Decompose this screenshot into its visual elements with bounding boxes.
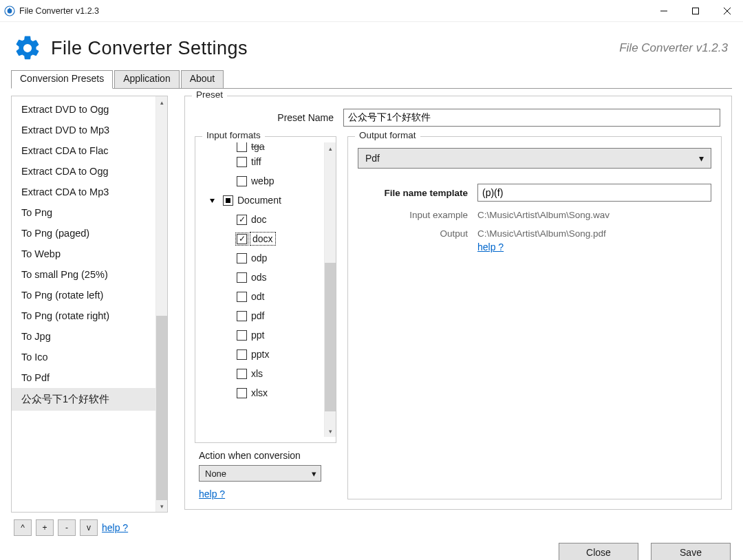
filename-template-input[interactable] [477, 184, 711, 202]
close-button[interactable] [711, 0, 743, 22]
format-row[interactable]: tga [204, 142, 324, 152]
maximize-button[interactable] [680, 0, 711, 22]
format-row[interactable]: ppt [204, 325, 324, 345]
format-row[interactable]: docx [204, 229, 324, 248]
preset-item[interactable]: To Webp [12, 244, 155, 264]
format-label: ppt [251, 330, 264, 341]
format-label: tiff [251, 156, 261, 167]
preset-item[interactable]: Extract DVD to Ogg [12, 99, 155, 120]
format-row[interactable]: xls [204, 364, 324, 383]
preset-item[interactable]: To Pdf [12, 367, 155, 388]
output-format-value: Pdf [365, 153, 380, 164]
format-row[interactable]: pdf [204, 306, 324, 325]
output-example-label: Output [358, 228, 468, 239]
chevron-down-icon[interactable]: ▾ [325, 425, 336, 437]
chevron-down-icon: ▾ [312, 469, 316, 479]
checkbox-icon[interactable] [237, 292, 247, 302]
format-label: pdf [251, 310, 264, 321]
format-label: ods [251, 272, 267, 283]
checkbox-checked-icon[interactable] [237, 234, 247, 244]
input-formats-legend: Input formats [202, 130, 265, 140]
tab-conversion-presets[interactable]: Conversion Presets [11, 70, 113, 89]
scrollbar-thumb[interactable] [156, 316, 167, 500]
format-row[interactable]: odt [204, 287, 324, 306]
input-formats-tree[interactable]: tga tiff webp [195, 142, 324, 437]
input-formats-group: Input formats tga tiff [195, 136, 336, 443]
tab-about[interactable]: About [181, 70, 224, 89]
format-row[interactable]: tiff [204, 152, 324, 171]
format-label: xls [251, 368, 263, 379]
format-label: webp [251, 175, 274, 186]
checkbox-icon[interactable] [237, 272, 247, 283]
checkbox-icon[interactable] [237, 253, 247, 263]
tab-strip: Conversion Presets Application About [0, 70, 743, 89]
preset-item[interactable]: To Ico [12, 347, 155, 367]
chevron-up-icon[interactable]: ▴ [156, 96, 167, 108]
preset-item[interactable]: Extract CDA to Ogg [12, 161, 155, 182]
window-title: File Converter v1.2.3 [19, 6, 99, 16]
preset-list[interactable]: Extract DVD to Ogg Extract DVD to Mp3 Ex… [11, 96, 168, 513]
checkbox-icon[interactable] [237, 388, 247, 398]
move-down-button[interactable]: v [80, 519, 98, 536]
action-select[interactable]: None ▾ [199, 465, 321, 482]
format-label: xlsx [251, 387, 268, 398]
chevron-down-icon[interactable]: ▾ [156, 500, 167, 512]
svg-point-1 [8, 8, 12, 13]
checkbox-icon[interactable] [237, 311, 247, 321]
preset-item[interactable]: Extract CDA to Flac [12, 140, 155, 161]
format-row[interactable]: doc [204, 210, 324, 229]
format-label: docx [251, 233, 274, 244]
svg-rect-2 [693, 8, 699, 14]
scrollbar-track[interactable] [156, 108, 167, 500]
preset-item[interactable]: 公众号下1个好软件 [12, 388, 155, 411]
output-help-link[interactable]: help ? [477, 241, 504, 252]
format-row[interactable]: xlsx [204, 383, 324, 402]
preset-item[interactable]: To Jpg [12, 326, 155, 347]
checkbox-indeterminate-icon[interactable] [223, 195, 233, 206]
checkbox-icon[interactable] [237, 157, 247, 167]
chevron-down-icon[interactable] [208, 196, 216, 204]
preset-item[interactable]: Extract CDA to Mp3 [12, 182, 155, 202]
save-settings-button[interactable]: Save [651, 543, 731, 560]
chevron-up-icon[interactable]: ▴ [325, 142, 336, 154]
preset-list-help-link[interactable]: help ? [102, 522, 128, 533]
format-label: doc [251, 214, 267, 225]
preset-item[interactable]: To small Png (25%) [12, 264, 155, 285]
scrollbar-thumb[interactable] [325, 263, 336, 412]
preset-list-scrollbar[interactable]: ▴ ▾ [155, 96, 167, 512]
checkbox-icon[interactable] [237, 369, 247, 379]
format-row[interactable]: webp [204, 171, 324, 191]
close-settings-button[interactable]: Close [559, 543, 638, 560]
preset-item[interactable]: To Png (rotate right) [12, 305, 155, 326]
format-group-row[interactable]: Document [204, 191, 324, 210]
checkbox-icon[interactable] [237, 330, 247, 341]
scrollbar-track[interactable] [325, 154, 336, 425]
move-up-button[interactable]: ^ [14, 519, 32, 536]
checkbox-checked-icon[interactable] [237, 215, 247, 225]
preset-group: Preset Preset Name Input formats tga [184, 96, 732, 510]
preset-item[interactable]: To Png (rotate left) [12, 285, 155, 305]
action-label: Action when conversion [199, 450, 332, 461]
checkbox-icon[interactable] [237, 142, 247, 152]
format-row[interactable]: odp [204, 248, 324, 268]
preset-item[interactable]: Extract DVD to Mp3 [12, 120, 155, 140]
settings-header: File Converter Settings File Converter v… [0, 22, 743, 70]
preset-item[interactable]: To Png (paged) [12, 223, 155, 244]
preset-item[interactable]: To Png [12, 202, 155, 223]
format-row[interactable]: ods [204, 268, 324, 287]
output-group: Output format Pdf ▾ File name template I… [347, 136, 722, 499]
tab-application[interactable]: Application [114, 70, 180, 89]
output-format-select[interactable]: Pdf ▾ [358, 148, 711, 169]
gear-icon [12, 33, 43, 63]
checkbox-icon[interactable] [237, 176, 247, 186]
checkbox-icon[interactable] [237, 349, 247, 360]
remove-preset-button[interactable]: - [58, 519, 76, 536]
tree-scrollbar[interactable]: ▴ ▾ [324, 142, 336, 437]
title-bar: File Converter v1.2.3 [0, 0, 743, 22]
action-help-link[interactable]: help ? [199, 488, 225, 499]
minimize-button[interactable] [648, 0, 680, 22]
preset-name-input[interactable] [343, 109, 720, 127]
add-preset-button[interactable]: + [36, 519, 54, 536]
format-row[interactable]: pptx [204, 345, 324, 364]
filename-template-label: File name template [358, 188, 468, 198]
